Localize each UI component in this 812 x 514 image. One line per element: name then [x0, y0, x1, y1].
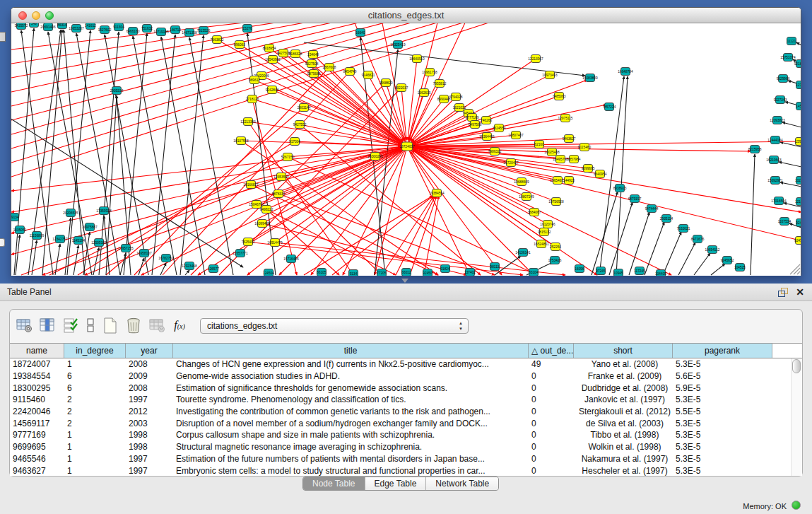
graph-node-label: 911304: [113, 25, 124, 29]
graph-edge: [751, 154, 755, 275]
graph-edge: [396, 196, 435, 275]
graph-node-label: 83104: [529, 271, 539, 274]
cell-title: Estimation of significance thresholds fo…: [173, 383, 529, 393]
graph-node-label: 252254: [550, 245, 561, 249]
graph-edge: [124, 33, 147, 275]
column-header-short[interactable]: short: [574, 344, 673, 358]
table-row[interactable]: 1830029562008Estimation of significance …: [10, 382, 802, 394]
tab-network-table[interactable]: Network Table: [426, 477, 498, 490]
graph-node-label: 91824: [440, 267, 450, 271]
table-vertical-scrollbar[interactable]: [791, 358, 801, 476]
graph-node-label: 12093823: [770, 119, 785, 122]
graph-node-label: 104405: [655, 272, 666, 276]
column-header-pagerank[interactable]: pagerank: [673, 344, 772, 358]
column-visibility-icon[interactable]: [39, 317, 56, 334]
graph-node-label: 9463627: [563, 137, 576, 141]
graph-node-label: 16958107: [136, 252, 152, 255]
cell-pagerank: 5.3E-5: [673, 419, 772, 428]
graph-edge: [73, 245, 78, 275]
cell-pagerank: 5.3E-5: [673, 359, 772, 369]
table-row[interactable]: 1938455462009Genome-wide association stu…: [10, 370, 802, 382]
graph-node-label: 7625402: [242, 240, 255, 244]
delete-table-icon[interactable]: [125, 317, 142, 334]
column-header-out_de[interactable]: △ out_de...: [529, 344, 574, 358]
function-builder-icon[interactable]: f(x): [172, 317, 187, 334]
table-select-dropdown[interactable]: citations_edges.txt ▲▼: [200, 318, 469, 334]
cell-pagerank: 5.3E-5: [673, 466, 772, 476]
zoom-traffic-light[interactable]: [45, 11, 54, 20]
import-table-icon[interactable]: [148, 317, 165, 334]
graph-edge: [139, 258, 144, 275]
graph-edge: [407, 80, 587, 146]
graph-node-label: 15276: [242, 27, 252, 30]
graph-edge: [134, 67, 329, 275]
graph-node-label: 9146821: [362, 74, 375, 77]
cell-out_de: 0: [529, 466, 574, 476]
graph-node-label: 121033: [795, 200, 801, 204]
graph-node-label: 9427552: [293, 123, 307, 127]
table-row[interactable]: 977716911998Corpus callosum shape and si…: [10, 429, 802, 441]
cell-pagerank: 5.3E-5: [673, 430, 772, 440]
cell-short: Yano et al. (2008): [574, 359, 673, 369]
graph-node-label: 10973493: [542, 74, 558, 77]
minimize-traffic-light[interactable]: [32, 11, 40, 20]
graph-node-label: 16640: [355, 31, 365, 35]
graph-node-label: 12657771: [233, 252, 248, 255]
table-row[interactable]: 969969511998Structural magnetic resonanc…: [10, 441, 802, 453]
graph-node-label: 16210643: [766, 158, 782, 162]
select-all-icon[interactable]: [62, 317, 79, 334]
table-row[interactable]: 1872400712008Changes of HCN gene express…: [10, 358, 802, 370]
graph-node-label: 2803144: [298, 106, 311, 110]
float-panel-icon[interactable]: [778, 288, 788, 297]
graph-node-label: 1527602: [98, 28, 112, 32]
cell-short: Wolkin et al. (1998): [574, 442, 673, 452]
table-select-value: citations_edges.txt: [207, 321, 277, 331]
table-row[interactable]: 946554611997Estimation of the future num…: [10, 453, 802, 465]
graph-edge: [16, 235, 20, 275]
cell-out_de: 0: [529, 430, 574, 440]
graph-edge: [409, 93, 424, 140]
scrollbar-thumb[interactable]: [792, 359, 801, 373]
network-window-titlebar[interactable]: citations_edges.txt: [11, 8, 801, 23]
table-row[interactable]: 1456911722003Disruption of a novel membe…: [10, 417, 802, 429]
new-table-icon[interactable]: [102, 317, 119, 334]
column-header-in_degree[interactable]: in_degree: [64, 344, 126, 358]
cell-short: Stergiakouli et al. (2012): [574, 407, 673, 416]
tab-node-table[interactable]: Node Table: [303, 477, 365, 490]
graph-node-label: 20206535: [63, 211, 78, 215]
graph-node-label: 19384554: [429, 192, 445, 195]
table-row[interactable]: 946362711997Embryonic stem cells: a mode…: [10, 465, 802, 477]
column-header-name[interactable]: name: [10, 344, 64, 358]
tab-edge-table[interactable]: Edge Table: [365, 477, 427, 490]
network-canvas[interactable]: 5435572549206914068631410653287141612152…: [11, 23, 801, 276]
graph-node-label: 17957255: [118, 247, 134, 250]
cell-short: Jankovic et al. (1997): [574, 395, 673, 404]
graph-edge: [152, 35, 175, 275]
cell-title: Estimation of the future numbers of pati…: [173, 454, 529, 464]
table-settings-icon[interactable]: [16, 317, 33, 334]
table-row[interactable]: 911546021997Tourette syndrome. Phenomeno…: [10, 394, 802, 406]
cell-year: 2008: [126, 359, 173, 369]
graph-edge: [283, 53, 402, 143]
background-window-sliver: [0, 32, 6, 42]
cell-name: 19384554: [10, 371, 64, 381]
table-toolbar: f(x): [16, 316, 194, 334]
graph-node-label: 7485063: [553, 95, 566, 98]
unselect-rows-icon[interactable]: [86, 317, 95, 334]
table-row[interactable]: 2242004622012Investigating the contribut…: [10, 406, 802, 418]
graph-edge: [616, 76, 628, 275]
graph-node-label: 137402: [464, 271, 476, 274]
close-traffic-light[interactable]: [18, 11, 27, 20]
graph-node-label: 25300295: [367, 155, 383, 158]
table-type-tabs: Node TableEdge TableNetwork Table: [302, 477, 499, 491]
graph-node-label: 1362615: [418, 91, 431, 95]
close-panel-icon[interactable]: ✕: [796, 286, 804, 298]
column-header-title[interactable]: title: [173, 344, 529, 358]
graph-node-label: 9227343: [774, 98, 787, 102]
graph-node-label: 16914479: [267, 241, 283, 245]
cell-pagerank: 5.3E-5: [673, 454, 772, 464]
column-header-year[interactable]: year: [126, 344, 173, 358]
graph-node-label: 6466160: [126, 30, 140, 33]
window-resize-grip[interactable]: [790, 264, 800, 274]
splitter-handle[interactable]: [401, 279, 408, 283]
